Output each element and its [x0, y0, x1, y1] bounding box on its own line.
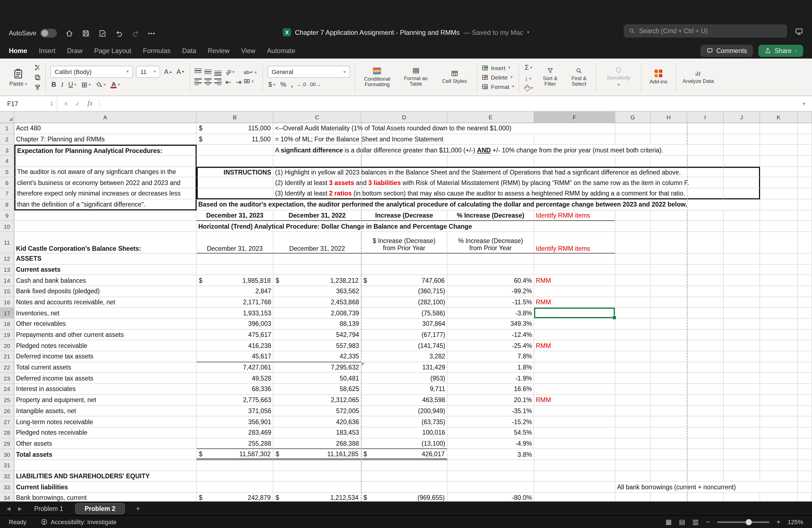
- row-header-20[interactable]: 20: [0, 340, 14, 351]
- cell-C21[interactable]: 42,335: [273, 351, 361, 362]
- cell-G25[interactable]: [615, 395, 651, 406]
- cell-J22[interactable]: [724, 362, 760, 373]
- tab-view[interactable]: View: [241, 47, 256, 55]
- cell-I22[interactable]: [687, 362, 724, 373]
- cell-A21[interactable]: Deferred income tax assets: [14, 351, 197, 362]
- align-right-icon[interactable]: [214, 78, 221, 86]
- cell-F10[interactable]: [534, 221, 615, 232]
- cell-B6[interactable]: [197, 178, 273, 188]
- cell-X20[interactable]: [798, 340, 812, 351]
- cell-E12[interactable]: [447, 253, 534, 264]
- cell-I31[interactable]: [687, 460, 724, 471]
- zoom-slider-knob[interactable]: [746, 519, 752, 525]
- cell-B34[interactable]: $242,879: [197, 493, 273, 501]
- cell-I29[interactable]: [687, 438, 724, 449]
- cell-J25[interactable]: [724, 395, 760, 406]
- cell-B19[interactable]: 475,617: [197, 329, 273, 340]
- row-header-19[interactable]: 19: [0, 329, 14, 340]
- cell-K5[interactable]: [760, 167, 798, 178]
- cell-D11[interactable]: $ Increase (Decrease) from Prior Year: [361, 232, 447, 253]
- cell-D21[interactable]: 3,282: [361, 351, 447, 362]
- sensitivity-button[interactable]: Sensitivity ▾: [601, 61, 636, 93]
- cell-H17[interactable]: [651, 308, 687, 319]
- cell-X21[interactable]: [798, 351, 812, 362]
- cell-J21[interactable]: [724, 351, 760, 362]
- percent-format-button[interactable]: %: [279, 80, 287, 88]
- cell-E34[interactable]: -80.0%: [447, 493, 534, 501]
- cell-J34[interactable]: [724, 493, 760, 501]
- row-header-27[interactable]: 27: [0, 416, 14, 427]
- cell-X14[interactable]: [798, 275, 812, 286]
- cell-I15[interactable]: [687, 286, 724, 297]
- cell-G21[interactable]: [615, 351, 651, 362]
- cell-E24[interactable]: 16.6%: [447, 384, 534, 395]
- cell-F17[interactable]: [534, 308, 615, 319]
- cell-X2[interactable]: [798, 134, 812, 145]
- cell-K16[interactable]: [760, 297, 798, 308]
- cell-A27[interactable]: Long-term notes receivable: [14, 416, 197, 427]
- row-header-28[interactable]: 28: [0, 427, 14, 438]
- confirm-entry-button[interactable]: ✓: [75, 100, 80, 107]
- cell-G27[interactable]: [615, 416, 651, 427]
- row-header-10[interactable]: 10: [0, 221, 14, 232]
- cell-E32[interactable]: [447, 471, 534, 482]
- undo-icon[interactable]: [115, 29, 123, 37]
- font-color-button[interactable]: A ▾: [110, 81, 121, 88]
- cell-B18[interactable]: 396,003: [197, 319, 273, 329]
- cell-H13[interactable]: [651, 264, 687, 275]
- column-header-I[interactable]: I: [687, 112, 724, 123]
- cell-K32[interactable]: [760, 471, 798, 482]
- comments-button[interactable]: Comments: [700, 45, 753, 57]
- document-saved-status[interactable]: — Saved to my Mac: [463, 28, 523, 36]
- cell-I13[interactable]: [687, 264, 724, 275]
- cell-K7[interactable]: [760, 188, 798, 199]
- zoom-level[interactable]: 125%: [788, 518, 803, 525]
- cell-X19[interactable]: [798, 329, 812, 340]
- decrease-indent-button[interactable]: ⇤: [224, 78, 232, 86]
- cell-K6[interactable]: [760, 178, 798, 188]
- cell-K9[interactable]: [760, 210, 798, 221]
- row-header-25[interactable]: 25: [0, 395, 14, 406]
- cell-D31[interactable]: [361, 460, 447, 471]
- sort-filter-button[interactable]: Sort & Filter: [537, 68, 563, 87]
- cell-F18[interactable]: [534, 319, 615, 329]
- cell-B16[interactable]: 2,171,768: [197, 297, 273, 308]
- page-layout-view-icon[interactable]: ▤: [679, 518, 685, 526]
- cell-F27[interactable]: [534, 416, 615, 427]
- cell-X33[interactable]: [798, 482, 812, 493]
- cancel-entry-button[interactable]: ×: [64, 100, 68, 107]
- cell-J24[interactable]: [724, 384, 760, 395]
- previous-sheet-icon[interactable]: ◀: [6, 505, 11, 511]
- column-header-G[interactable]: G: [615, 112, 651, 123]
- cell-D22[interactable]: 131,429: [361, 362, 447, 373]
- cell-E21[interactable]: 7.8%: [447, 351, 534, 362]
- tab-draw[interactable]: Draw: [67, 47, 83, 55]
- cell-I17[interactable]: [687, 308, 724, 319]
- cell-D18[interactable]: 307,864: [361, 319, 447, 329]
- tab-formulas[interactable]: Formulas: [143, 47, 171, 55]
- cell-B1[interactable]: $115,000: [197, 123, 273, 134]
- conditional-formatting-button[interactable]: Conditional Formatting: [360, 67, 395, 87]
- cell-H26[interactable]: [651, 406, 687, 416]
- cell-K29[interactable]: [760, 438, 798, 449]
- cell-A9[interactable]: [14, 210, 197, 221]
- cell-K13[interactable]: [760, 264, 798, 275]
- cell-D29[interactable]: (13,100): [361, 438, 447, 449]
- cell-G11[interactable]: [615, 232, 651, 253]
- cell-H25[interactable]: [651, 395, 687, 406]
- cell-I20[interactable]: [687, 340, 724, 351]
- cell-X16[interactable]: [798, 297, 812, 308]
- cell-A28[interactable]: Pledged notes receivable: [14, 427, 197, 438]
- cell-C29[interactable]: 268,388: [273, 438, 361, 449]
- cell-A31[interactable]: [14, 460, 197, 471]
- cell-F28[interactable]: [534, 427, 615, 438]
- cell-F13[interactable]: [534, 264, 615, 275]
- cell-X26[interactable]: [798, 406, 812, 416]
- share-button[interactable]: Share ▾: [759, 45, 803, 57]
- cell-I30[interactable]: [687, 449, 724, 460]
- cell-J30[interactable]: [724, 449, 760, 460]
- cell-G16[interactable]: [615, 297, 651, 308]
- cell-G26[interactable]: [615, 406, 651, 416]
- cell-D15[interactable]: (360,715): [361, 286, 447, 297]
- comma-format-button[interactable]: ,: [290, 80, 294, 88]
